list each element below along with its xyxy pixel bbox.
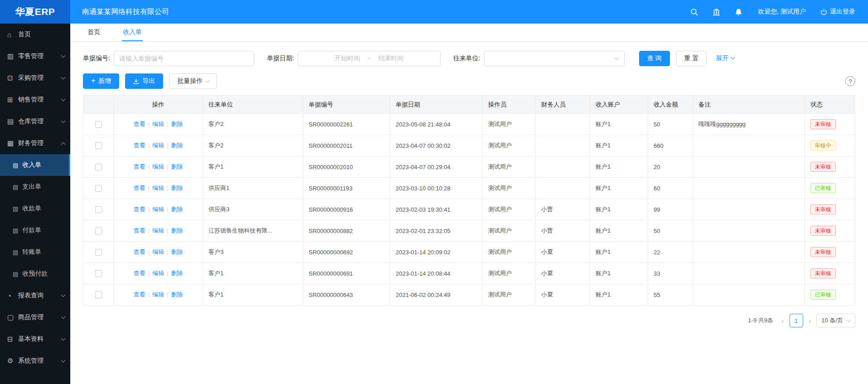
- op-delete-link[interactable]: 删除: [171, 163, 183, 170]
- op-edit-link[interactable]: 编辑: [152, 121, 164, 127]
- row-checkbox[interactable]: [95, 206, 102, 213]
- op-edit-link[interactable]: 编辑: [152, 291, 164, 298]
- op-view-link[interactable]: 查看: [134, 185, 145, 191]
- op-view-link[interactable]: 查看: [134, 163, 145, 170]
- cell-amount: 99: [648, 199, 693, 220]
- sidebar-item-purchase[interactable]: ⊡采购管理: [0, 67, 70, 89]
- sales-icon: ⊞: [7, 96, 18, 104]
- row-checkbox[interactable]: [95, 249, 102, 256]
- sidebar-item-retail[interactable]: ▥零售管理: [0, 45, 70, 67]
- op-delete-link[interactable]: 删除: [171, 206, 183, 213]
- op-edit-link[interactable]: 编辑: [152, 227, 164, 234]
- sidebar-item-warehouse[interactable]: ▤仓库管理: [0, 111, 70, 132]
- status-cell: 未审核: [805, 156, 855, 178]
- row-checkbox[interactable]: [95, 121, 102, 128]
- op-edit-link[interactable]: 编辑: [152, 163, 164, 170]
- column-header-4: 操作员: [483, 96, 536, 114]
- bill-no-input[interactable]: [114, 51, 254, 66]
- chevron-down-icon: [61, 75, 66, 80]
- add-button[interactable]: + 新增: [83, 73, 119, 89]
- op-view-link[interactable]: 查看: [134, 291, 145, 298]
- unit-select[interactable]: [484, 51, 625, 66]
- select-all-cell: [83, 96, 114, 114]
- export-button[interactable]: 导出: [125, 73, 163, 89]
- status-cell: 未审核: [805, 199, 855, 220]
- op-edit-link[interactable]: 编辑: [152, 248, 164, 255]
- page-size-select[interactable]: 10 条/页: [816, 314, 855, 327]
- document-icon: ▤: [13, 162, 18, 169]
- row-checkbox[interactable]: [95, 164, 102, 170]
- logout-button[interactable]: 退出登录: [820, 8, 855, 16]
- cell-operator: 测试用户: [483, 178, 536, 199]
- status-badge: 已审核: [810, 183, 836, 193]
- sidebar-item-home[interactable]: ⌂首页: [0, 24, 70, 45]
- checkbox-cell: [83, 199, 114, 220]
- op-view-link[interactable]: 查看: [134, 227, 145, 234]
- op-delete-link[interactable]: 删除: [171, 227, 183, 234]
- sidebar-item-goods[interactable]: ▢商品管理: [0, 306, 70, 328]
- tab-income-bill[interactable]: 收入单: [122, 24, 143, 41]
- op-view-link[interactable]: 查看: [134, 248, 145, 255]
- sidebar-item-finance[interactable]: ▦财务管理: [0, 132, 70, 154]
- sidebar-subitem-receipt[interactable]: ▤收款单: [0, 198, 70, 219]
- op-delete-link[interactable]: 删除: [171, 185, 183, 191]
- row-checkbox[interactable]: [95, 142, 102, 149]
- sidebar-item-sales[interactable]: ⊞销售管理: [0, 89, 70, 111]
- op-delete-link[interactable]: 删除: [171, 248, 183, 255]
- current-page-button[interactable]: 1: [790, 314, 803, 327]
- date-range-picker[interactable]: 开始时间 ~ 结束时间: [298, 51, 441, 66]
- sidebar-subitem-transfer[interactable]: ▤转账单: [0, 241, 70, 263]
- cell-unit: 客户1: [203, 263, 303, 284]
- sidebar-item-basic[interactable]: ⊟基本资料: [0, 328, 70, 350]
- cell-unit: 客户1: [203, 156, 303, 178]
- bell-icon[interactable]: [735, 8, 742, 16]
- op-view-link[interactable]: 查看: [134, 206, 145, 213]
- op-edit-link[interactable]: 编辑: [152, 185, 164, 191]
- op-edit-link[interactable]: 编辑: [152, 206, 164, 213]
- report-icon: ◔: [7, 292, 18, 300]
- logout-icon: [820, 9, 827, 15]
- prev-page-button[interactable]: ‹: [780, 317, 786, 325]
- row-checkbox[interactable]: [95, 228, 102, 234]
- sidebar-menu: ⌂首页▥零售管理⊡采购管理⊞销售管理▤仓库管理▦财务管理▤收入单▤支出单▤收款单…: [0, 24, 70, 372]
- unit-label: 往来单位:: [453, 54, 480, 63]
- sidebar-subitem-payment[interactable]: ▤付款单: [0, 219, 70, 241]
- row-checkbox[interactable]: [95, 185, 102, 192]
- table-row: 查看|编辑|删除江苏德鲁生物科技有限...SR000000008822023-0…: [83, 220, 855, 242]
- op-delete-link[interactable]: 删除: [171, 142, 183, 149]
- cell-account: 账户1: [590, 242, 648, 263]
- batch-operations-button[interactable]: 批量操作: [169, 73, 217, 89]
- op-separator: |: [167, 248, 168, 255]
- op-view-link[interactable]: 查看: [134, 270, 145, 277]
- expand-link[interactable]: 展开: [716, 54, 734, 63]
- help-icon[interactable]: ?: [845, 76, 855, 86]
- op-delete-link[interactable]: 删除: [171, 121, 183, 127]
- op-view-link[interactable]: 查看: [134, 142, 145, 149]
- op-edit-link[interactable]: 编辑: [152, 142, 164, 149]
- op-separator: |: [167, 227, 168, 234]
- sidebar-subitem-advance[interactable]: ▤收预付款: [0, 263, 70, 285]
- cell-remark: [693, 135, 805, 156]
- status-cell: 未审核: [805, 114, 855, 135]
- search-icon[interactable]: [690, 8, 698, 16]
- bank-icon[interactable]: [713, 8, 720, 16]
- op-edit-link[interactable]: 编辑: [152, 270, 164, 277]
- op-delete-link[interactable]: 删除: [171, 270, 183, 277]
- tabs-bar: 首页 收入单: [70, 24, 868, 42]
- sidebar-subitem-income[interactable]: ▤收入单: [0, 154, 70, 176]
- op-view-link[interactable]: 查看: [134, 121, 145, 127]
- next-page-button[interactable]: ›: [807, 317, 813, 325]
- sidebar-item-label: 系统管理: [18, 357, 44, 365]
- op-delete-link[interactable]: 删除: [171, 291, 183, 298]
- cell-operator: 测试用户: [483, 199, 536, 220]
- tab-home[interactable]: 首页: [87, 24, 101, 41]
- row-checkbox[interactable]: [95, 270, 102, 277]
- sidebar-item-report[interactable]: ◔报表查询: [0, 285, 70, 306]
- search-button[interactable]: 查 询: [639, 51, 670, 66]
- row-checkbox[interactable]: [95, 292, 102, 298]
- sidebar-subitem-expense[interactable]: ▤支出单: [0, 176, 70, 198]
- sidebar-item-system[interactable]: ⚙系统管理: [0, 350, 70, 372]
- reset-button[interactable]: 重 置: [676, 51, 707, 66]
- sidebar-subitem-label: 收入单: [22, 161, 41, 169]
- cell-remark: [693, 220, 805, 242]
